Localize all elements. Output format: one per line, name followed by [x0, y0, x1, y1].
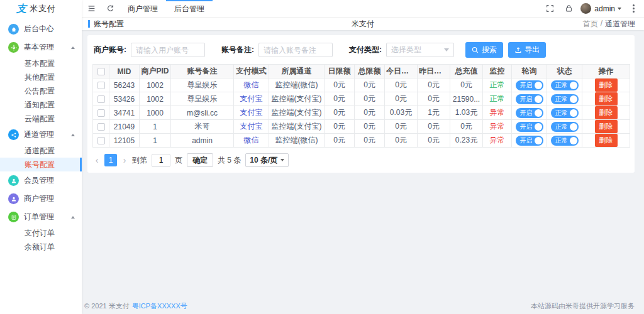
cell-total-recharge: 0元 [450, 78, 483, 92]
cell-yesterday-recharge: 0元 [418, 120, 450, 134]
cell-yesterday-recharge: 0元 [418, 78, 450, 92]
next-page-button[interactable]: › [121, 155, 128, 165]
table-row: 53426 1002 尊皇娱乐 支付宝 监控端(支付宝) 0元 0元 0元 0元… [93, 92, 630, 106]
prev-page-button[interactable]: ‹ [94, 155, 100, 165]
poll-toggle[interactable]: 开启 [516, 122, 543, 132]
sidebar-subitem-channel-config[interactable]: 通道配置 [0, 144, 82, 158]
icp-link[interactable]: 粤ICP备XXXXX号 [132, 302, 187, 310]
sidebar-item-member-mgmt[interactable]: 会员管理 [0, 171, 82, 190]
breadcrumb-home[interactable]: 首页 [583, 19, 598, 30]
user-name[interactable]: admin [594, 4, 615, 13]
cell-select [93, 78, 109, 92]
delete-button[interactable]: 删除 [595, 78, 618, 92]
sidebar-item-basic-mgmt[interactable]: 基本管理 [0, 38, 82, 57]
sidebar-subitem-notice-config[interactable]: 通知配置 [0, 98, 82, 112]
delete-button[interactable]: 删除 [595, 120, 618, 133]
page-size-select[interactable]: 10 条/页 [245, 153, 289, 167]
remark-input[interactable] [258, 43, 333, 57]
sidebar-item-merchant-mgmt[interactable]: 商户管理 [0, 190, 82, 208]
cell-pid: 1002 [140, 92, 171, 106]
cell-total-recharge: 21590... [450, 92, 483, 106]
sidebar-item-channel-mgmt[interactable]: 通道管理 [0, 126, 82, 144]
row-checkbox[interactable] [97, 137, 105, 144]
poll-toggle[interactable]: 开启 [516, 80, 543, 90]
cell-mid: 53426 [109, 92, 140, 106]
status-toggle[interactable]: 正常 [551, 108, 579, 118]
cell-day-limit: 0元 [325, 92, 355, 106]
avatar[interactable] [580, 3, 591, 14]
poll-toggle[interactable]: 开启 [516, 108, 543, 118]
toggle-label: 开启 [520, 82, 533, 89]
merchant-account-input[interactable] [131, 43, 205, 57]
table-row: 21049 1 米哥 支付宝 监控端(支付宝) 0元 0元 0元 0元 0元 异… [93, 120, 630, 134]
status-toggle[interactable]: 正常 [551, 136, 579, 146]
delete-button[interactable]: 删除 [595, 106, 618, 119]
sidebar-item-backend-center[interactable]: 后台中心 [0, 20, 82, 38]
pay-mode-link[interactable]: 支付宝 [234, 106, 269, 120]
sidebar-subitem-pay-orders[interactable]: 支付订单 [0, 226, 82, 240]
jump-page-input[interactable] [152, 154, 170, 167]
tab-backend-mgmt[interactable]: 后台管理 [166, 0, 213, 17]
col-header-channel: 所属通道 [269, 65, 325, 78]
cell-day-limit: 0元 [325, 134, 355, 148]
cell-pid: 1002 [140, 78, 171, 92]
row-checkbox[interactable] [97, 82, 105, 89]
pay-mode-link[interactable]: 支付宝 [234, 92, 269, 106]
pay-mode-link[interactable]: 微信 [234, 134, 269, 148]
select-all-checkbox[interactable] [97, 68, 105, 75]
sidebar-subitem-basic-config[interactable]: 基本配置 [0, 57, 82, 70]
delete-button[interactable]: 删除 [595, 92, 618, 106]
col-header-monitor: 监控 [483, 65, 512, 78]
cell-pid: 1 [140, 134, 171, 148]
cell-action: 删除 [582, 134, 630, 148]
sidebar-item-label: 会员管理 [24, 175, 54, 186]
channel-icon [8, 129, 19, 140]
status-toggle[interactable]: 正常 [551, 94, 579, 104]
cell-today-recharge: 0.03元 [385, 106, 418, 120]
export-button-label: 导出 [525, 45, 540, 55]
cell-status: 正常 [547, 134, 582, 148]
merchant-icon [8, 193, 19, 204]
current-page[interactable]: 1 [104, 154, 117, 166]
export-button[interactable]: 导出 [508, 42, 546, 58]
toggle-knob [570, 109, 577, 117]
sidebar-subitem-announcement-config[interactable]: 公告配置 [0, 84, 82, 98]
table-row: 56243 1002 尊皇娱乐 微信 监控端(微信) 0元 0元 0元 0元 0… [93, 78, 630, 92]
more-vertical-icon[interactable] [624, 4, 643, 13]
cell-poll: 开启 [512, 134, 547, 148]
fullscreen-icon[interactable] [540, 4, 559, 13]
refresh-icon[interactable] [101, 0, 119, 17]
confirm-button[interactable]: 确定 [187, 153, 213, 167]
status-toggle[interactable]: 正常 [551, 80, 579, 90]
cell-channel: 监控端(支付宝) [269, 106, 325, 120]
sidebar-item-label: 商户管理 [24, 193, 54, 204]
lock-icon[interactable] [559, 4, 578, 13]
sidebar-subitem-balance-orders[interactable]: 余额订单 [0, 240, 82, 254]
pay-mode-link[interactable]: 微信 [234, 78, 269, 92]
sidebar-item-order-mgmt[interactable]: 订单管理 [0, 208, 82, 226]
brand-name: 米支付 [30, 3, 56, 14]
row-checkbox[interactable] [97, 123, 105, 131]
pagination: ‹ 1 › 到第 页 确定 共 5 条 10 条/页 [92, 148, 630, 170]
toggle-label: 正常 [555, 82, 568, 89]
sidebar-subitem-cloud-config[interactable]: 云端配置 [0, 112, 82, 126]
cell-day-limit: 0元 [325, 120, 355, 134]
delete-button[interactable]: 删除 [595, 134, 618, 147]
row-checkbox[interactable] [97, 109, 105, 117]
status-toggle[interactable]: 正常 [551, 122, 579, 132]
search-button[interactable]: 搜索 [465, 42, 503, 58]
cell-total-limit: 0元 [355, 120, 385, 134]
account-config-card: 商户账号: 账号备注: 支付类型: 选择类型 搜索 导出 [87, 35, 635, 173]
collapse-menu-icon[interactable] [82, 0, 101, 17]
cell-remark: m@sli.cc [171, 106, 234, 120]
pay-mode-link[interactable]: 支付宝 [234, 120, 269, 134]
tab-merchant-mgmt[interactable]: 商户管理 [119, 0, 166, 17]
poll-toggle[interactable]: 开启 [516, 136, 543, 146]
sidebar-subitem-account-config[interactable]: 账号配置 [0, 158, 82, 171]
cell-yesterday-recharge: 1元 [418, 106, 450, 120]
cell-status: 正常 [547, 106, 582, 120]
sidebar-subitem-other-config[interactable]: 其他配置 [0, 70, 82, 84]
pay-type-select[interactable]: 选择类型 [386, 43, 454, 57]
poll-toggle[interactable]: 开启 [516, 94, 543, 104]
row-checkbox[interactable] [97, 95, 105, 103]
